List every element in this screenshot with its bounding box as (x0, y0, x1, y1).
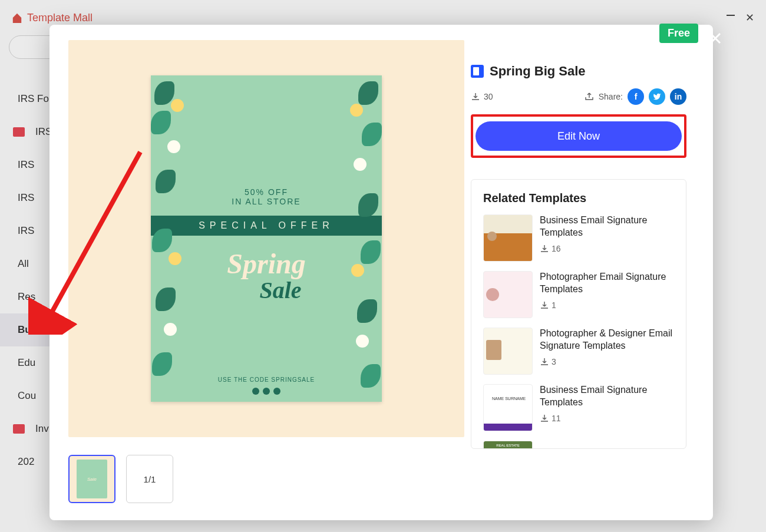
related-name: Photographer & Designer Email Signature … (540, 328, 674, 352)
related-name: Photographer Email Signature Templates (540, 271, 674, 296)
poster-title-sale: Sale (259, 276, 301, 304)
related-thumbnail (483, 328, 533, 375)
related-templates-panel: Related Templates Business Email Signatu… (471, 179, 686, 449)
related-thumbnail (483, 271, 533, 318)
edit-now-button[interactable]: Edit Now (476, 121, 682, 151)
related-template-item[interactable]: NAME SURNAME Business Email Signature Te… (483, 384, 674, 431)
close-icon (708, 31, 722, 45)
related-name: Business Email Signature Templates (540, 214, 674, 239)
related-template-item[interactable]: Business Email Signature Templates 16 (483, 214, 674, 262)
template-detail-modal: 50% OFF IN ALL STORE SPECIAL OFFER Sprin… (49, 25, 713, 520)
related-heading: Related Templates (483, 191, 674, 205)
poster-title-spring: Spring (227, 247, 305, 280)
edit-now-highlight: Edit Now (471, 114, 686, 158)
page-indicator: 1/1 (126, 455, 173, 503)
download-icon (540, 300, 549, 310)
thumbnail-row: Sale 1/1 (68, 455, 465, 503)
app-icon (471, 65, 484, 78)
related-template-item[interactable]: Photographer Email Signature Templates 1 (483, 271, 674, 318)
twitter-icon[interactable] (649, 88, 665, 105)
download-icon (540, 414, 549, 423)
download-count: 30 (471, 92, 493, 101)
poster-discount-text: 50% OFF IN ALL STORE (232, 187, 301, 206)
template-poster: 50% OFF IN ALL STORE SPECIAL OFFER Sprin… (151, 75, 382, 402)
poster-social-icons (252, 388, 280, 395)
related-template-item[interactable]: Photographer & Designer Email Signature … (483, 328, 674, 375)
preview-canvas: 50% OFF IN ALL STORE SPECIAL OFFER Sprin… (68, 40, 464, 437)
related-thumbnail (483, 214, 533, 262)
download-icon (540, 244, 549, 253)
share-icon (585, 92, 594, 101)
related-downloads: 1 (540, 300, 674, 310)
related-downloads: 16 (540, 244, 674, 253)
related-template-item[interactable]: REAL ESTATE (483, 441, 674, 449)
download-icon (540, 357, 549, 366)
linkedin-icon[interactable]: in (670, 88, 686, 105)
related-thumbnail: REAL ESTATE (483, 441, 533, 449)
related-name: Business Email Signature Templates (540, 384, 674, 409)
template-title: Spring Big Sale (490, 64, 586, 79)
page-thumbnail[interactable]: Sale (68, 455, 115, 503)
related-downloads: 11 (540, 414, 674, 423)
close-modal-button[interactable] (705, 28, 725, 48)
download-icon (471, 92, 480, 101)
free-badge: Free (659, 24, 698, 43)
poster-promo-code: USE THE CODE SPRINGSALE (218, 376, 315, 383)
related-thumbnail: NAME SURNAME (483, 384, 533, 431)
share-label: Share: (599, 92, 623, 101)
preview-area: 50% OFF IN ALL STORE SPECIAL OFFER Sprin… (49, 25, 465, 520)
facebook-icon[interactable]: f (628, 88, 644, 105)
details-pane: Free Spring Big Sale 30 Share: f in (465, 25, 697, 520)
related-downloads: 3 (540, 357, 674, 366)
